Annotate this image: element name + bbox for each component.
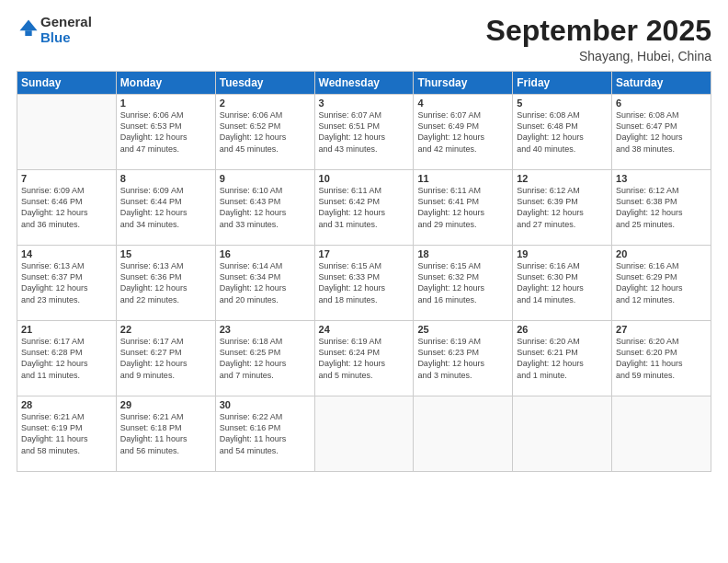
calendar-week-4: 21Sunrise: 6:17 AM Sunset: 6:28 PM Dayli… [17,321,711,396]
calendar-cell: 15Sunrise: 6:13 AM Sunset: 6:36 PM Dayli… [116,246,215,321]
day-number: 15 [120,248,211,259]
calendar-cell: 24Sunrise: 6:19 AM Sunset: 6:24 PM Dayli… [314,321,414,396]
day-number: 24 [319,324,410,335]
calendar-cell [314,396,414,472]
day-number: 11 [417,173,508,184]
calendar-cell: 4Sunrise: 6:07 AM Sunset: 6:49 PM Daylig… [414,95,513,170]
calendar-cell: 1Sunrise: 6:06 AM Sunset: 6:53 PM Daylig… [116,95,215,170]
header-friday: Friday [513,72,612,95]
calendar-cell: 11Sunrise: 6:11 AM Sunset: 6:41 PM Dayli… [414,170,513,246]
header-saturday: Saturday [612,72,711,95]
day-info: Sunrise: 6:07 AM Sunset: 6:51 PM Dayligh… [319,109,410,155]
day-info: Sunrise: 6:09 AM Sunset: 6:44 PM Dayligh… [120,185,211,230]
day-number: 9 [220,173,311,184]
calendar-cell: 25Sunrise: 6:19 AM Sunset: 6:23 PM Dayli… [414,321,513,396]
header-thursday: Thursday [414,72,513,95]
day-number: 26 [517,324,608,335]
calendar-week-5: 28Sunrise: 6:21 AM Sunset: 6:19 PM Dayli… [17,396,711,472]
day-info: Sunrise: 6:13 AM Sunset: 6:37 PM Dayligh… [21,260,112,305]
day-info: Sunrise: 6:15 AM Sunset: 6:32 PM Dayligh… [417,260,508,305]
calendar-cell [513,396,612,472]
day-info: Sunrise: 6:16 AM Sunset: 6:30 PM Dayligh… [517,260,608,305]
calendar-cell: 18Sunrise: 6:15 AM Sunset: 6:32 PM Dayli… [414,246,513,321]
day-info: Sunrise: 6:13 AM Sunset: 6:36 PM Dayligh… [120,260,211,305]
calendar-cell: 30Sunrise: 6:22 AM Sunset: 6:16 PM Dayli… [215,396,314,472]
day-number: 4 [417,98,508,109]
calendar-cell: 7Sunrise: 6:09 AM Sunset: 6:46 PM Daylig… [17,170,117,246]
calendar-cell: 12Sunrise: 6:12 AM Sunset: 6:39 PM Dayli… [513,170,612,246]
day-info: Sunrise: 6:17 AM Sunset: 6:27 PM Dayligh… [120,336,211,381]
day-info: Sunrise: 6:19 AM Sunset: 6:24 PM Dayligh… [319,336,410,381]
day-info: Sunrise: 6:08 AM Sunset: 6:48 PM Dayligh… [517,109,608,155]
month-title: September 2025 [486,15,711,47]
calendar-cell: 5Sunrise: 6:08 AM Sunset: 6:48 PM Daylig… [513,95,612,170]
day-info: Sunrise: 6:20 AM Sunset: 6:20 PM Dayligh… [616,336,707,381]
day-number: 7 [21,173,112,184]
header-monday: Monday [116,72,215,95]
calendar-cell: 3Sunrise: 6:07 AM Sunset: 6:51 PM Daylig… [314,95,414,170]
logo-icon [18,18,39,39]
day-number: 25 [417,324,508,335]
day-info: Sunrise: 6:08 AM Sunset: 6:47 PM Dayligh… [616,109,707,155]
day-info: Sunrise: 6:17 AM Sunset: 6:28 PM Dayligh… [21,336,112,381]
calendar-cell: 14Sunrise: 6:13 AM Sunset: 6:37 PM Dayli… [17,246,117,321]
calendar-cell: 9Sunrise: 6:10 AM Sunset: 6:43 PM Daylig… [215,170,314,246]
calendar-week-3: 14Sunrise: 6:13 AM Sunset: 6:37 PM Dayli… [17,246,711,321]
day-info: Sunrise: 6:12 AM Sunset: 6:38 PM Dayligh… [616,185,707,230]
calendar-cell: 23Sunrise: 6:18 AM Sunset: 6:25 PM Dayli… [215,321,314,396]
day-info: Sunrise: 6:19 AM Sunset: 6:23 PM Dayligh… [417,336,508,381]
svg-marker-0 [19,19,37,30]
day-number: 6 [616,98,707,109]
day-number: 8 [120,173,211,184]
day-number: 22 [120,324,211,335]
day-number: 1 [120,98,211,109]
calendar-cell [414,396,513,472]
day-info: Sunrise: 6:16 AM Sunset: 6:29 PM Dayligh… [616,260,707,305]
calendar-cell: 22Sunrise: 6:17 AM Sunset: 6:27 PM Dayli… [116,321,215,396]
day-number: 20 [616,248,707,259]
calendar: Sunday Monday Tuesday Wednesday Thursday… [17,71,711,472]
day-number: 18 [417,248,508,259]
header-wednesday: Wednesday [314,72,414,95]
day-info: Sunrise: 6:21 AM Sunset: 6:18 PM Dayligh… [120,411,211,456]
header-tuesday: Tuesday [215,72,314,95]
svg-rect-1 [25,30,31,36]
calendar-cell: 19Sunrise: 6:16 AM Sunset: 6:30 PM Dayli… [513,246,612,321]
calendar-cell: 21Sunrise: 6:17 AM Sunset: 6:28 PM Dayli… [17,321,117,396]
calendar-cell: 8Sunrise: 6:09 AM Sunset: 6:44 PM Daylig… [116,170,215,246]
calendar-cell: 26Sunrise: 6:20 AM Sunset: 6:21 PM Dayli… [513,321,612,396]
calendar-cell: 10Sunrise: 6:11 AM Sunset: 6:42 PM Dayli… [314,170,414,246]
title-block: September 2025 Shayang, Hubei, China [486,15,711,63]
day-info: Sunrise: 6:11 AM Sunset: 6:41 PM Dayligh… [417,185,508,230]
page-header: General Blue September 2025 Shayang, Hub… [17,15,711,63]
calendar-cell [612,396,711,472]
calendar-cell [17,95,117,170]
day-number: 17 [319,248,410,259]
day-number: 13 [616,173,707,184]
day-number: 5 [517,98,608,109]
day-info: Sunrise: 6:14 AM Sunset: 6:34 PM Dayligh… [220,260,311,305]
calendar-cell: 29Sunrise: 6:21 AM Sunset: 6:18 PM Dayli… [116,396,215,472]
calendar-cell: 16Sunrise: 6:14 AM Sunset: 6:34 PM Dayli… [215,246,314,321]
header-sunday: Sunday [17,72,117,95]
day-number: 23 [220,324,311,335]
calendar-cell: 17Sunrise: 6:15 AM Sunset: 6:33 PM Dayli… [314,246,414,321]
day-info: Sunrise: 6:21 AM Sunset: 6:19 PM Dayligh… [21,411,112,456]
weekday-header-row: Sunday Monday Tuesday Wednesday Thursday… [17,72,711,95]
day-number: 19 [517,248,608,259]
calendar-week-2: 7Sunrise: 6:09 AM Sunset: 6:46 PM Daylig… [17,170,711,246]
calendar-cell: 6Sunrise: 6:08 AM Sunset: 6:47 PM Daylig… [612,95,711,170]
day-number: 29 [120,399,211,410]
calendar-cell: 20Sunrise: 6:16 AM Sunset: 6:29 PM Dayli… [612,246,711,321]
day-number: 30 [220,399,311,410]
calendar-cell: 28Sunrise: 6:21 AM Sunset: 6:19 PM Dayli… [17,396,117,472]
day-number: 16 [220,248,311,259]
calendar-cell: 27Sunrise: 6:20 AM Sunset: 6:20 PM Dayli… [612,321,711,396]
day-number: 28 [21,399,112,410]
location: Shayang, Hubei, China [486,49,711,63]
day-number: 10 [319,173,410,184]
day-info: Sunrise: 6:20 AM Sunset: 6:21 PM Dayligh… [517,336,608,381]
logo-text: General Blue [40,15,92,45]
calendar-week-1: 1Sunrise: 6:06 AM Sunset: 6:53 PM Daylig… [17,95,711,170]
day-number: 3 [319,98,410,109]
